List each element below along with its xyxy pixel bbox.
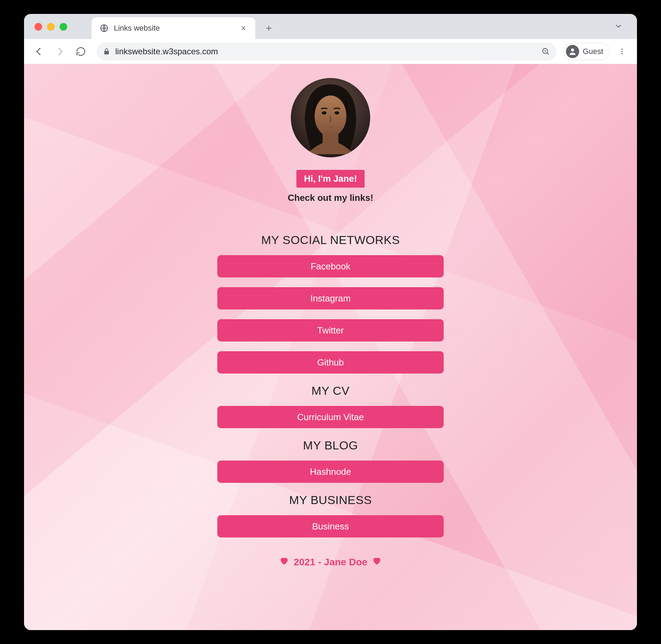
chevron-down-icon[interactable]	[614, 22, 623, 33]
tab-title: Links website	[114, 24, 234, 33]
page-viewport: Hi, I'm Jane! Check out my links! MY SOC…	[24, 64, 637, 630]
browser-tab[interactable]: Links website	[92, 17, 255, 39]
svg-point-9	[334, 111, 339, 115]
profile-avatar	[291, 78, 370, 157]
section-title-social: MY SOCIAL NETWORKS	[261, 233, 400, 247]
window-close-button[interactable]	[34, 23, 42, 31]
link-instagram[interactable]: Instagram	[217, 287, 444, 309]
kebab-menu-button[interactable]	[613, 43, 631, 60]
link-hashnode[interactable]: Hashnode	[217, 461, 444, 483]
profile-button[interactable]: Guest	[563, 43, 610, 60]
svg-point-4	[621, 51, 623, 52]
new-tab-button[interactable]	[260, 19, 278, 37]
zoom-icon[interactable]	[541, 47, 550, 56]
globe-icon	[99, 23, 109, 33]
close-icon[interactable]	[239, 23, 248, 33]
reload-button[interactable]	[72, 43, 90, 60]
browser-window: Links website	[24, 14, 637, 630]
svg-point-3	[621, 48, 623, 50]
forward-button[interactable]	[51, 43, 69, 60]
url-text: linkswebsite.w3spaces.com	[115, 47, 536, 56]
link-business[interactable]: Business	[217, 515, 444, 537]
cv-links: Curriculum Vitae	[31, 406, 630, 428]
link-github[interactable]: Github	[217, 351, 444, 374]
back-button[interactable]	[30, 43, 48, 60]
heart-icon	[372, 556, 382, 568]
link-cv[interactable]: Curriculum Vitae	[217, 406, 444, 428]
titlebar: Links website	[24, 14, 637, 39]
svg-point-8	[322, 111, 327, 115]
heart-icon	[279, 556, 289, 568]
link-facebook[interactable]: Facebook	[217, 255, 444, 277]
subtitle-text: Check out my links!	[288, 193, 373, 203]
section-title-business: MY BUSINESS	[289, 493, 372, 507]
window-controls	[34, 23, 67, 31]
lock-icon	[103, 48, 110, 55]
section-title-cv: MY CV	[311, 384, 350, 398]
address-bar[interactable]: linkswebsite.w3spaces.com	[96, 42, 557, 61]
link-twitter[interactable]: Twitter	[217, 319, 444, 341]
social-links: Facebook Instagram Twitter Github	[31, 255, 630, 374]
window-maximize-button[interactable]	[60, 23, 67, 31]
profile-label: Guest	[583, 47, 603, 56]
window-minimize-button[interactable]	[47, 23, 55, 31]
person-icon	[566, 45, 579, 58]
section-title-blog: MY BLOG	[303, 439, 358, 452]
footer-text: 2021 - Jane Doe	[294, 557, 367, 568]
svg-point-2	[571, 48, 574, 52]
blog-links: Hashnode	[31, 461, 630, 483]
footer: 2021 - Jane Doe	[279, 556, 382, 568]
links-page: Hi, I'm Jane! Check out my links! MY SOC…	[24, 64, 637, 582]
business-links: Business	[31, 515, 630, 537]
svg-point-5	[621, 53, 623, 54]
url-bar: linkswebsite.w3spaces.com Guest	[24, 39, 637, 64]
greeting-badge: Hi, I'm Jane!	[296, 170, 365, 188]
